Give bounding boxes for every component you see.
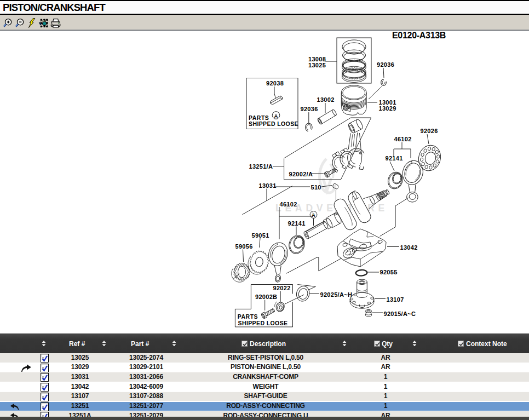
svg-text:92055: 92055 (380, 269, 398, 275)
svg-text:59051: 59051 (252, 232, 269, 239)
svg-text:92141: 92141 (386, 155, 403, 162)
svg-text:92036: 92036 (377, 61, 394, 68)
svg-text:13029: 13029 (379, 105, 396, 112)
svg-text:13025: 13025 (308, 62, 326, 68)
svg-text:46102: 46102 (394, 136, 412, 142)
svg-text:59056: 59056 (235, 243, 253, 250)
svg-text:13002: 13002 (317, 96, 335, 103)
svg-text:PARTS: PARTS (238, 313, 258, 320)
svg-text:92038: 92038 (266, 80, 284, 87)
svg-text:92002B: 92002B (255, 294, 277, 300)
svg-text:13107: 13107 (387, 296, 404, 303)
svg-text:92141: 92141 (288, 220, 306, 227)
svg-text:92025/A~H: 92025/A~H (320, 291, 353, 298)
svg-text:46102: 46102 (280, 201, 297, 208)
svg-text:13031: 13031 (259, 182, 277, 189)
svg-text:92026: 92026 (421, 128, 438, 134)
svg-text:92036: 92036 (301, 106, 318, 112)
svg-text:PARTS: PARTS (249, 114, 269, 121)
svg-text:13251/A: 13251/A (249, 163, 273, 170)
svg-text:SHIPPED LOOSE: SHIPPED LOOSE (238, 320, 288, 326)
svg-text:13042: 13042 (400, 244, 418, 251)
svg-text:A: A (274, 113, 278, 119)
svg-text:A: A (312, 212, 315, 218)
svg-text:92022: 92022 (273, 285, 291, 291)
svg-text:510: 510 (311, 184, 321, 191)
svg-text:92002/A: 92002/A (289, 171, 313, 177)
svg-text:E0120-A313B: E0120-A313B (392, 31, 446, 40)
svg-text:92015/A~C: 92015/A~C (384, 310, 416, 317)
svg-text:SHIPPED LOOSE: SHIPPED LOOSE (249, 120, 298, 127)
